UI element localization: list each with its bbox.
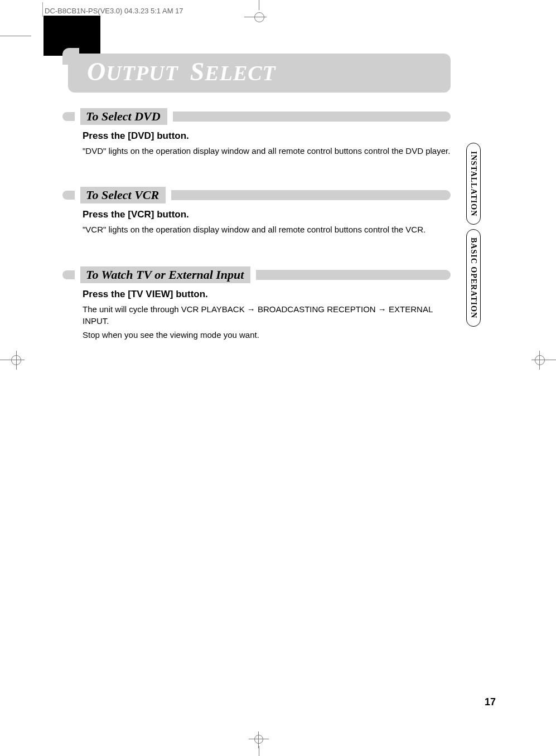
description-text: "DVD" lights on the operation display wi…	[83, 145, 451, 157]
print-header-meta: DC-B8CB1N-PS(VE3.0) 04.3.23 5:1 AM 17	[45, 7, 183, 15]
heading-rule	[256, 270, 451, 280]
description-text: Stop when you see the viewing mode you w…	[83, 329, 451, 341]
page-content: OUTPUT SELECT To Select DVD Press the [D…	[62, 54, 451, 343]
section-heading: To Watch TV or External Input	[80, 266, 250, 283]
heading-rule	[171, 190, 451, 200]
page-title: OUTPUT SELECT	[87, 57, 276, 86]
section-header: To Select DVD	[62, 108, 451, 125]
trim-mark	[0, 36, 31, 36]
section-header: To Select VCR	[62, 187, 451, 203]
registration-mark-icon	[531, 348, 556, 373]
bullet-icon	[62, 191, 75, 200]
bullet-icon	[62, 270, 75, 279]
description-text: "VCR" lights on the operation display wi…	[83, 224, 451, 235]
registration-mark-icon	[249, 734, 271, 756]
section-header: To Watch TV or External Input	[62, 266, 451, 283]
instruction-text: Press the [TV VIEW] button.	[83, 289, 451, 300]
side-tabs: INSTALLATION BASIC OPERATION	[466, 143, 481, 327]
instruction-text: Press the [DVD] button.	[83, 130, 451, 142]
registration-mark-icon	[0, 348, 25, 373]
page-title-banner: OUTPUT SELECT	[68, 54, 451, 93]
section-heading: To Select VCR	[80, 187, 166, 203]
registration-cross	[244, 17, 267, 17]
heading-rule	[173, 112, 451, 122]
bullet-icon	[62, 112, 75, 121]
page-number: 17	[485, 696, 496, 708]
section-select-vcr: To Select VCR Press the [VCR] button. "V…	[62, 187, 451, 235]
tab-basic-operation: BASIC OPERATION	[466, 229, 481, 327]
section-heading: To Select DVD	[80, 108, 167, 125]
registration-mark-icon	[249, 0, 271, 22]
tab-installation: INSTALLATION	[466, 143, 481, 225]
section-select-dvd: To Select DVD Press the [DVD] button. "D…	[62, 108, 451, 157]
description-text: The unit will cycle through VCR PLAYBACK…	[83, 303, 451, 327]
section-watch-tv: To Watch TV or External Input Press the …	[62, 266, 451, 341]
instruction-text: Press the [VCR] button.	[83, 209, 451, 220]
